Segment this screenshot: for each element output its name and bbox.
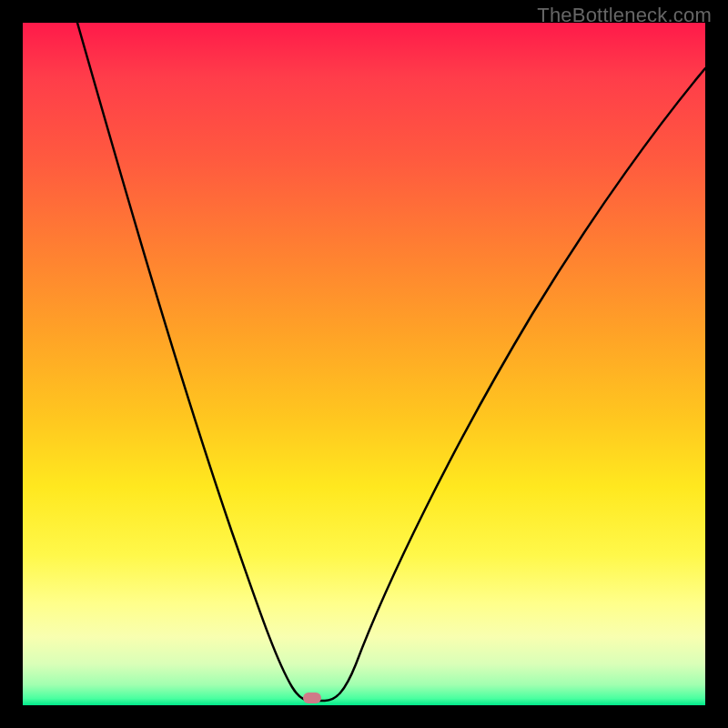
plot-area <box>23 23 705 705</box>
bottleneck-curve <box>23 23 705 705</box>
watermark-text: TheBottleneck.com <box>537 4 712 27</box>
optimal-marker <box>303 693 321 703</box>
curve-path <box>77 23 705 701</box>
